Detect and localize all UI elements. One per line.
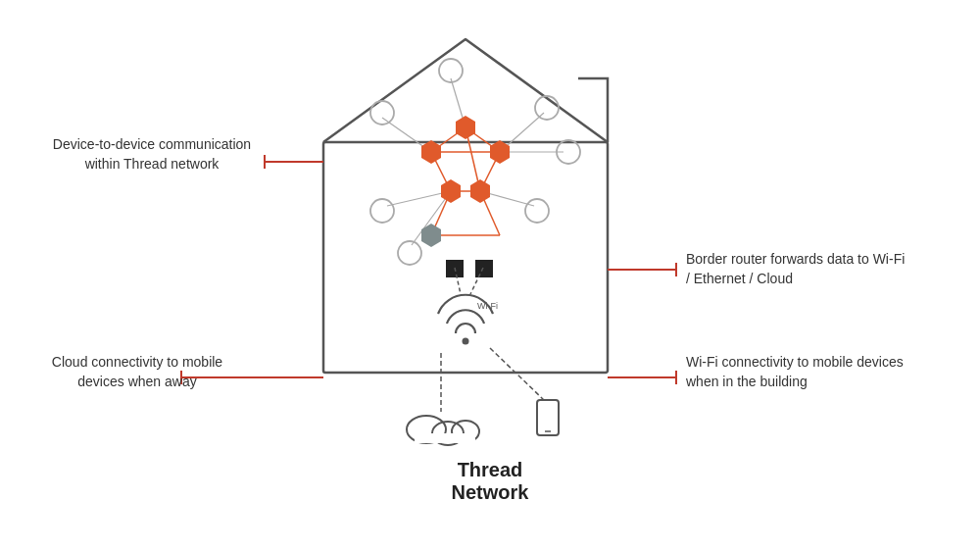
- label-wifi-conn: Wi-Fi connectivity to mobile devices whe…: [686, 353, 921, 391]
- svg-marker-28: [441, 179, 461, 203]
- label-device-comm: Device-to-device communication within Th…: [49, 135, 255, 174]
- svg-point-18: [370, 101, 394, 125]
- svg-point-35: [463, 338, 469, 345]
- diagram-container: Wi-Fi Devi: [0, 0, 980, 551]
- svg-text:Wi-Fi: Wi-Fi: [477, 301, 498, 311]
- svg-point-23: [398, 241, 421, 265]
- wifi-symbol: Wi-Fi: [438, 268, 498, 345]
- svg-point-22: [370, 199, 394, 223]
- cloud-shape: [407, 416, 479, 445]
- label-border-router: Border router forwards data to Wi-Fi / E…: [686, 250, 911, 288]
- svg-marker-26: [456, 116, 475, 139]
- network-nodes: [370, 59, 580, 277]
- svg-marker-29: [470, 179, 490, 203]
- wifi-to-phone-line: [490, 348, 544, 400]
- svg-rect-32: [475, 260, 493, 277]
- label-cloud-conn: Cloud connectivity to mobile devices whe…: [29, 353, 245, 391]
- svg-marker-27: [490, 140, 510, 164]
- mobile-device: [537, 400, 559, 435]
- svg-rect-42: [537, 400, 559, 435]
- diagram-title: Thread Network: [392, 459, 588, 504]
- svg-point-24: [525, 199, 549, 223]
- svg-marker-25: [421, 140, 441, 164]
